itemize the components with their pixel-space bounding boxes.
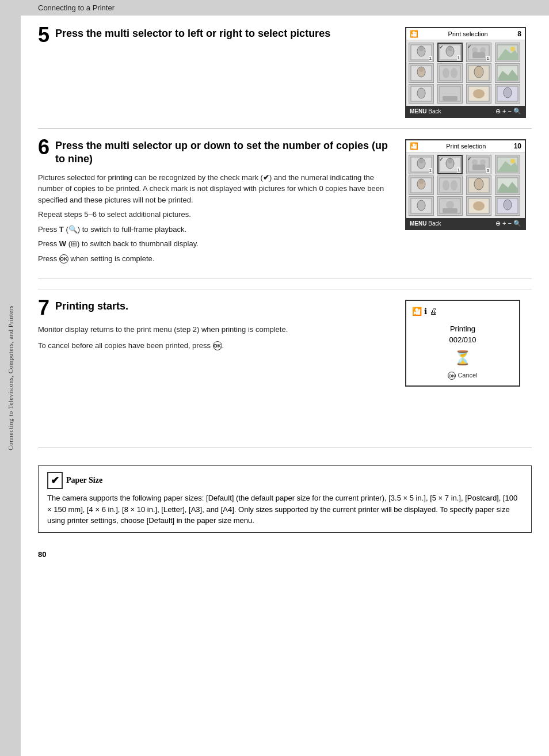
svg-point-41 (510, 159, 515, 163)
thumb-6-4 (495, 155, 520, 174)
camera-screen-6: 🎦 Print selection 10 1 ✔ 1 (405, 139, 526, 230)
thumb-5-12 (495, 84, 520, 104)
ok-cancel-icon: OK (448, 372, 456, 380)
note-title-area: ✔ Paper Size The camera supports the fol… (47, 472, 523, 526)
step-6-para-2: Repeat steps 5–6 to select additional pi… (38, 209, 394, 220)
ok-symbol: OK (59, 254, 68, 264)
footer-5-right: ⊕ + − 🔍 (495, 108, 521, 115)
step-6-body: Pictures selected for printing can be re… (38, 172, 394, 265)
step-6-left: 6 Press the multi selector up or down to… (38, 139, 394, 268)
svg-point-22 (417, 88, 425, 98)
step-7-body: Monitor display returns to the print men… (38, 324, 394, 351)
thumb-6-5 (409, 175, 434, 195)
step-7-para-1: Monitor display returns to the print men… (38, 324, 394, 335)
status-icons: 🎦 ℹ 🖨 (412, 307, 513, 316)
step-5-screen: 🎦 Print selection 8 1 ✔ 1 (405, 27, 532, 118)
cam-icon-5: 🎦 (410, 30, 418, 38)
footer-5-left: MENU Back (410, 108, 441, 114)
screen-5-title: Print selection (448, 30, 488, 37)
screen-6-count: 10 (514, 142, 521, 150)
svg-point-11 (510, 47, 515, 51)
step-7: 7 Printing starts. Monitor display retur… (38, 289, 532, 397)
thumb-5-10 (437, 84, 463, 104)
svg-point-17 (451, 68, 458, 78)
thumbnails-5: 1 ✔ 1 ✔ 1 (406, 40, 525, 106)
step-6-screen: 🎦 Print selection 10 1 ✔ 1 (405, 139, 532, 268)
svg-point-8 (480, 47, 486, 53)
thumb-5-7 (466, 63, 491, 83)
thumb-6-2: ✔ 1 (437, 155, 463, 174)
step-7-number: 7 (38, 300, 49, 318)
thumb-6-12 (495, 196, 520, 216)
step-7-screen: 🎦 ℹ 🖨 Printing 002/010 ⏳ OK Cancel (405, 300, 532, 387)
svg-point-2 (419, 47, 424, 51)
svg-point-37 (472, 159, 478, 165)
svg-point-35 (448, 159, 452, 163)
svg-point-14 (419, 67, 424, 72)
step-5-title: 5 Press the multi selector to left or ri… (38, 27, 394, 45)
svg-point-29 (504, 87, 512, 98)
step-5-left: 5 Press the multi selector to left or ri… (38, 27, 394, 118)
divider (38, 448, 532, 448)
page-number: 80 (38, 550, 46, 559)
note-checkmark-icon: ✔ (47, 472, 63, 489)
screen-5-count: 8 (517, 30, 521, 38)
ok-symbol-2: OK (213, 341, 222, 350)
svg-rect-55 (443, 208, 458, 213)
printing-label: Printing (412, 324, 513, 333)
thumb-5-9 (409, 84, 434, 104)
camera-screen-5: 🎦 Print selection 8 1 ✔ 1 (405, 27, 526, 118)
thumb-6-1: 1 (409, 155, 434, 174)
camera-status-icon: 🎦 (412, 307, 422, 316)
note-body: The camera supports the following paper … (47, 492, 523, 526)
thumb-6-6 (437, 175, 463, 195)
screen-6-header: 🎦 Print selection 10 (406, 140, 525, 152)
svg-point-38 (480, 159, 486, 165)
page-header: Connecting to a Printer (21, 0, 549, 16)
thumb-6-8 (495, 175, 520, 195)
side-tab: Connecting to Televisions, Computers, an… (0, 0, 21, 756)
svg-point-32 (419, 159, 424, 163)
thumb-5-1-num: 1 (429, 56, 432, 61)
hourglass-icon: ⏳ (412, 350, 513, 366)
thumb-5-1: 1 (409, 43, 434, 62)
step-5-number: 5 (38, 27, 49, 45)
step-7-para-2: To cancel before all copies have been pr… (38, 340, 394, 352)
thumbnails-6: 1 ✔ 1 ✔ 3 (406, 152, 525, 218)
step-6-number: 6 (38, 139, 49, 158)
step-6-para-4: Press W (⊞) to switch back to thumbnail … (38, 238, 394, 250)
note-title: ✔ Paper Size (47, 472, 523, 489)
thumb-5-8 (495, 63, 520, 83)
cancel-label: OK Cancel (412, 372, 513, 380)
screen-5-footer: MENU Back ⊕ + − 🔍 (406, 106, 525, 117)
screen-6-footer: MENU Back ⊕ + − 🔍 (406, 218, 525, 229)
svg-point-46 (443, 180, 449, 190)
svg-point-44 (419, 180, 424, 184)
thumb-5-5 (409, 63, 434, 83)
print-status-icon: 🖨 (429, 307, 437, 316)
thumb-5-4 (495, 43, 520, 62)
thumb-6-9 (409, 196, 434, 216)
print-status: 🎦 ℹ 🖨 Printing 002/010 ⏳ OK Cancel (405, 300, 520, 387)
svg-point-5 (448, 47, 452, 51)
thumb-5-6 (437, 63, 463, 83)
svg-rect-39 (472, 165, 485, 170)
svg-point-49 (474, 178, 483, 190)
thumb-5-3-num: 1 (486, 56, 490, 61)
svg-point-47 (451, 180, 458, 190)
thumb-5-2-num: 1 (457, 55, 460, 60)
step-6-para-1: Pictures selected for printing can be re… (38, 172, 394, 206)
thumb-6-10 (437, 196, 463, 216)
step-6: 6 Press the multi selector up or down to… (38, 139, 532, 278)
screen-6-title: Print selection (446, 143, 486, 150)
header-title: Connecting to a Printer (38, 3, 115, 12)
svg-point-16 (443, 68, 449, 78)
step-7-title: 7 Printing starts. (38, 300, 394, 318)
svg-point-27 (473, 89, 485, 98)
svg-point-7 (472, 47, 478, 53)
thumb-5-11 (466, 84, 491, 104)
step-5: 5 Press the multi selector to left or ri… (38, 27, 532, 129)
step-6-title: 6 Press the multi selector up or down to… (38, 139, 394, 166)
screen-5-header: 🎦 Print selection 8 (406, 28, 525, 40)
thumb-5-3: ✔ 1 (466, 43, 491, 62)
